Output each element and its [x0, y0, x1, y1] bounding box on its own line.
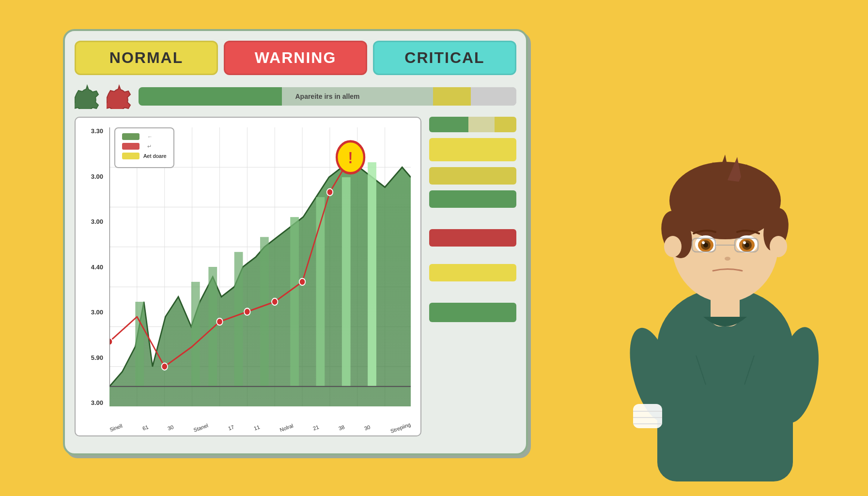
y-label-1: 3.00 — [91, 173, 103, 180]
right-bar-1-mid — [468, 117, 495, 132]
legend-color-1 — [122, 133, 140, 140]
x-axis-labels: Sinell 61 30 Stanel 17 11 Nolral 21 38 3… — [109, 425, 411, 431]
tab-critical-label: CRITICAL — [404, 49, 484, 66]
progress-bar-label: Apareite irs in allem — [295, 93, 359, 100]
chart-legend: ← ↵ Aet doare — [114, 127, 174, 168]
x-label-9: 30 — [363, 424, 371, 431]
right-block-3 — [429, 167, 516, 185]
right-block-6 — [429, 264, 516, 281]
y-label-3: 4.40 — [91, 264, 103, 271]
progress-fill-yellow — [433, 87, 471, 106]
svg-rect-42 — [633, 404, 662, 428]
right-block-7 — [429, 303, 516, 322]
settings-row: Apareite irs in allem — [75, 84, 516, 109]
svg-text:!: ! — [348, 149, 353, 167]
right-panel — [429, 117, 516, 436]
svg-rect-27 — [368, 162, 376, 387]
svg-point-30 — [217, 318, 222, 325]
svg-rect-24 — [290, 217, 299, 387]
x-label-3: Stanel — [193, 422, 209, 433]
tab-warning-label: WARNING — [255, 49, 337, 66]
right-block-2 — [429, 138, 516, 161]
legend-color-3 — [122, 153, 140, 159]
svg-rect-23 — [260, 237, 269, 387]
svg-rect-25 — [316, 197, 325, 387]
svg-rect-21 — [208, 267, 217, 387]
chart-svg: ! — [109, 127, 411, 406]
tab-critical[interactable]: CRITICAL — [373, 41, 516, 75]
svg-point-34 — [327, 189, 333, 196]
x-label-4: 17 — [227, 424, 235, 431]
svg-point-31 — [244, 308, 250, 315]
tab-normal-label: NORMAL — [109, 49, 183, 66]
x-label-6: Nolral — [279, 422, 294, 433]
svg-point-66 — [725, 257, 730, 261]
x-label-10: Strepiing — [389, 421, 411, 434]
svg-point-32 — [272, 298, 278, 305]
right-bar-1-yellow — [495, 117, 516, 132]
progress-bar: Apareite irs in allem — [139, 87, 516, 106]
svg-point-68 — [770, 236, 787, 257]
svg-point-33 — [299, 279, 305, 285]
svg-rect-40 — [657, 326, 793, 481]
legend-item-3: Aet doare — [122, 153, 167, 159]
chart-area: ← ↵ Aet doare 3.30 3.00 — [75, 117, 516, 436]
gear-green-icon[interactable] — [75, 84, 100, 109]
right-spacer-2 — [429, 252, 516, 258]
x-label-1: 61 — [141, 424, 149, 431]
dashboard-panel: NORMAL WARNING CRITICAL — [63, 29, 528, 455]
y-label-5: 5.90 — [91, 354, 103, 361]
svg-point-60 — [702, 241, 705, 244]
svg-point-29 — [162, 363, 168, 370]
legend-item-1: ← — [122, 133, 167, 140]
progress-fill-rest — [471, 87, 516, 106]
svg-point-65 — [743, 241, 746, 244]
svg-rect-22 — [234, 252, 243, 387]
progress-fill-green — [139, 87, 282, 106]
svg-rect-19 — [135, 302, 144, 387]
x-label-0: Sinell — [109, 423, 123, 433]
y-label-4: 3.00 — [91, 309, 103, 316]
svg-point-67 — [664, 236, 682, 257]
right-bar-1 — [429, 117, 516, 132]
x-label-8: 38 — [338, 424, 345, 431]
right-spacer-3 — [429, 287, 516, 297]
right-bar-1-green — [429, 117, 468, 132]
status-tabs: NORMAL WARNING CRITICAL — [75, 41, 516, 75]
tab-normal[interactable]: NORMAL — [75, 41, 218, 75]
y-label-0: 3.30 — [91, 127, 103, 135]
right-spacer — [429, 214, 516, 223]
main-chart-container: ← ↵ Aet doare 3.30 3.00 — [75, 117, 421, 436]
legend-color-2 — [122, 143, 140, 150]
right-block-4 — [429, 190, 516, 208]
legend-item-2: ↵ — [122, 143, 167, 150]
svg-point-28 — [109, 338, 112, 345]
y-label-2: 3.00 — [91, 218, 103, 225]
x-label-7: 21 — [312, 424, 320, 431]
legend-arrow-1: ← — [147, 134, 153, 140]
character-svg — [609, 104, 841, 481]
legend-arrow-2: ↵ — [147, 143, 152, 150]
svg-rect-20 — [191, 282, 200, 387]
svg-rect-26 — [342, 177, 351, 387]
gear-red-icon[interactable] — [107, 84, 132, 109]
y-label-6: 3.00 — [91, 399, 103, 406]
x-label-2: 30 — [167, 424, 175, 431]
legend-label-3: Aet doare — [143, 153, 167, 159]
right-block-5 — [429, 229, 516, 247]
y-axis-labels: 3.30 3.00 3.00 4.40 3.00 5.90 3.00 — [76, 127, 107, 406]
scene: NORMAL WARNING CRITICAL — [0, 0, 868, 496]
x-label-5: 11 — [253, 424, 261, 431]
tab-warning[interactable]: WARNING — [224, 41, 367, 75]
